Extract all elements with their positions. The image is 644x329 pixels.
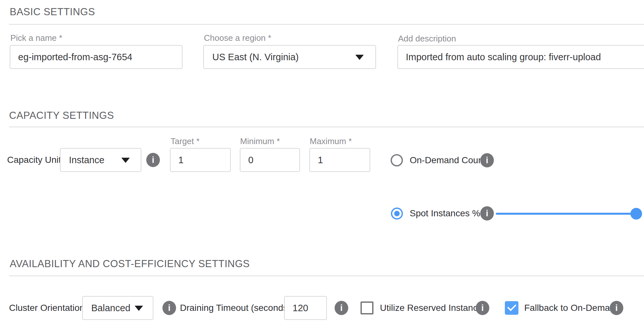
description-input[interactable] [397,45,644,69]
on-demand-count-radio[interactable] [391,154,403,166]
description-label: Add description [398,34,456,43]
on-demand-count-info-icon[interactable] [480,153,494,167]
region-select-value: US East (N. Virginia) [212,52,299,62]
cluster-orientation-select[interactable]: Balanced [82,296,153,320]
cluster-orientation-label: Cluster Orientation [9,302,84,313]
target-label: Target * [171,136,200,146]
capacity-unit-select[interactable]: Instance [60,148,141,172]
draining-timeout-input[interactable] [284,296,327,320]
spot-instances-label: Spot Instances % [410,208,480,219]
spot-percentage-slider-thumb[interactable] [630,208,642,220]
cluster-orientation-select-value: Balanced [91,303,130,313]
on-demand-count-label: On-Demand Count [410,155,486,166]
elastigroup-settings-form: BASIC SETTINGS Pick a name * Choose a re… [0,0,644,329]
capacity-settings-divider [9,127,644,127]
spot-percentage-slider-track[interactable] [496,213,639,215]
availability-settings-title: AVAILABILITY AND COST-EFFICIENCY SETTING… [10,258,250,270]
utilize-reserved-instances-label: Utilize Reserved Instances [380,302,487,313]
chevron-down-icon [135,306,143,311]
capacity-unit-info-icon[interactable] [146,153,160,167]
chevron-down-icon [121,158,130,163]
target-input[interactable] [170,148,231,172]
availability-settings-divider [9,276,644,276]
spot-instances-radio[interactable] [391,208,403,220]
draining-timeout-info-icon[interactable] [335,301,348,315]
fallback-to-on-demand-info-icon[interactable] [610,301,623,315]
cluster-orientation-info-icon[interactable] [162,301,176,315]
name-input[interactable] [10,45,183,69]
maximum-label: Maximum * [310,136,352,146]
utilize-reserved-instances-checkbox[interactable] [361,301,373,314]
basic-settings-divider [9,24,644,25]
chevron-down-icon [355,55,364,60]
capacity-unit-label: Capacity Unit [7,154,61,165]
fallback-to-on-demand-label: Fallback to On-Demand [524,302,620,313]
fallback-to-on-demand-checkbox[interactable] [505,301,518,315]
spot-instances-info-icon[interactable] [480,206,494,221]
minimum-label: Minimum * [240,136,280,146]
region-select[interactable]: US East (N. Virginia) [203,45,376,69]
region-label: Choose a region * [204,33,271,43]
capacity-settings-title: CAPACITY SETTINGS [9,109,114,122]
name-label: Pick a name * [10,33,62,43]
basic-settings-title: BASIC SETTINGS [10,6,95,18]
capacity-unit-select-value: Instance [69,155,105,165]
maximum-input[interactable] [309,148,370,172]
utilize-reserved-instances-info-icon[interactable] [476,301,489,315]
minimum-input[interactable] [240,148,300,172]
draining-timeout-label: Draining Timeout (seconds) [180,302,291,313]
